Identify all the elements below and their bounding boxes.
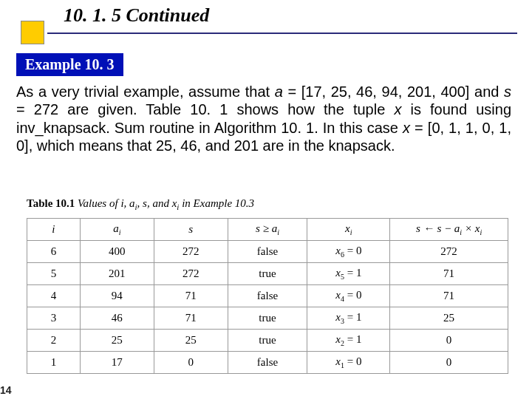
- accent-square-icon: [21, 21, 44, 44]
- body-paragraph: As a very trivial example, assume that a…: [16, 83, 511, 155]
- table-cell: 71: [390, 263, 508, 285]
- table-cell: 6: [27, 241, 81, 263]
- table-cell-xi: x5 = 1: [307, 263, 390, 285]
- table-row: 6400272falsex6 = 0272: [27, 241, 508, 263]
- example-badge: Example 10. 3: [16, 53, 123, 76]
- table-cell: 17: [80, 352, 154, 374]
- table-cell: 46: [80, 307, 154, 330]
- table-cell-xi: x4 = 0: [307, 285, 390, 307]
- table-row: 49471falsex4 = 071: [27, 285, 508, 307]
- var-a: a: [275, 83, 283, 100]
- data-table: i ai s s ≥ ai xi s ← s − ai × xi 6400272…: [27, 218, 508, 374]
- table-header-row: i ai s s ≥ ai xi s ← s − ai × xi: [27, 219, 508, 241]
- table-cell: 272: [154, 263, 228, 285]
- var-x1: x: [394, 101, 401, 117]
- col-upd: s ← s − ai × xi: [390, 219, 508, 241]
- table-cell: 0: [154, 352, 228, 374]
- table-row: 34671truex3 = 125: [27, 307, 508, 330]
- table-cell: 201: [80, 263, 154, 285]
- var-x2: x: [403, 120, 410, 136]
- table-cell: 400: [80, 241, 154, 263]
- col-i: i: [27, 219, 81, 241]
- body-open: As a very trivial example, assume that: [16, 83, 275, 100]
- body-seq: = 272 are given. Table 10. 1 shows how t…: [16, 101, 394, 117]
- table-cell-xi: x2 = 1: [307, 330, 390, 352]
- col-s: s: [154, 219, 228, 241]
- body-aeq: = [17, 25, 46, 94, 201, 400] and: [283, 83, 504, 100]
- table-cell: 272: [390, 241, 508, 263]
- table-cell: 71: [154, 285, 228, 307]
- table-cell: 5: [27, 263, 81, 285]
- title-block: 10. 1. 5 Continued: [21, 4, 517, 34]
- table-cell: 272: [154, 241, 228, 263]
- table-cell: 71: [390, 285, 508, 307]
- table-cell: 25: [390, 307, 508, 330]
- table-cell: true: [228, 330, 307, 352]
- table-cell-xi: x3 = 1: [307, 307, 390, 330]
- section-title: 10. 1. 5 Continued: [21, 4, 517, 33]
- caption-rest-c: in Example 10.3: [179, 197, 254, 209]
- table-row: 5201272truex5 = 171: [27, 263, 508, 285]
- table-row: 22525truex2 = 10: [27, 330, 508, 352]
- table-cell: 1: [27, 352, 81, 374]
- title-underline: [47, 33, 517, 34]
- table-cell: 71: [154, 307, 228, 330]
- table-cell: true: [228, 263, 307, 285]
- col-cmp: s ≥ ai: [228, 219, 307, 241]
- table-cell: 4: [27, 285, 81, 307]
- col-xi: xi: [307, 219, 390, 241]
- caption-rest-b: , s, and x: [137, 197, 177, 209]
- table-cell: 2: [27, 330, 81, 352]
- table-cell: 0: [390, 352, 508, 374]
- col-ai: ai: [80, 219, 154, 241]
- table-cell: 3: [27, 307, 81, 330]
- table-cell: true: [228, 307, 307, 330]
- page-number: 14: [0, 384, 12, 396]
- table-body: 6400272falsex6 = 02725201272truex5 = 171…: [27, 241, 508, 374]
- table-cell: 94: [80, 285, 154, 307]
- table-cell: false: [228, 241, 307, 263]
- var-s: s: [504, 83, 511, 100]
- table-row: 1170falsex1 = 00: [27, 352, 508, 374]
- table-cell: 0: [390, 330, 508, 352]
- table-cell-xi: x6 = 0: [307, 241, 390, 263]
- table-cell: false: [228, 352, 307, 374]
- caption-lead: Table 10.1: [27, 197, 75, 209]
- table-cell: 25: [154, 330, 228, 352]
- table-cell: false: [228, 285, 307, 307]
- caption-rest-a: Values of i, a: [75, 197, 134, 209]
- table-caption: Table 10.1 Values of i, ai, s, and xi in…: [27, 197, 254, 211]
- table-cell-xi: x1 = 0: [307, 352, 390, 374]
- table-cell: 25: [80, 330, 154, 352]
